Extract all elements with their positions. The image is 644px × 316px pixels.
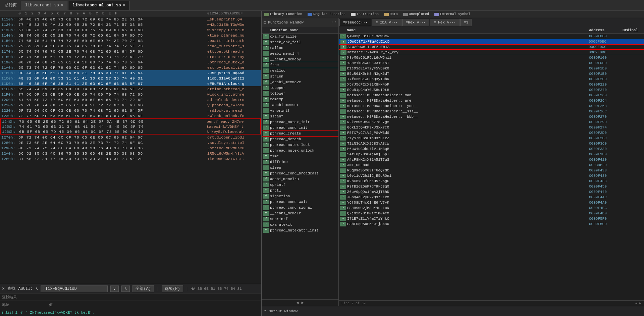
hex-row[interactable]: 1280h:2E 73 6F 2E 64 6C 73 79 6D 2E 73 7… [0,140,261,145]
functions-list-item[interactable]: f__aeabi_memcpy [262,56,338,62]
names-list-item[interactable]: fmetasec::MSPBDataHelper::__bbb__0009F27… [339,114,644,119]
names-list-item[interactable]: fE9cR1pC4aY0dS8dI9tH0009F240 [339,87,644,93]
functions-list-item[interactable]: fcxa_finalize [262,34,338,39]
functions-list-item[interactable]: fpthread_cond_broadcast [262,170,338,176]
hex-row[interactable]: 1240h:70 65 6E 2E 66 72 65 61 64 2E 5F 5… [0,118,261,124]
names-list-item[interactable]: fS4fT0pY8sB4jA8jJ5pI0009F3E0 [339,152,644,157]
names-list-item[interactable]: fG6kL2tQ4kP3xJ3xX7cO0009F274 [339,125,644,130]
hex-row[interactable]: 12A0h:6C 52 35 63 4C 36 75 35 35 6D 48 2… [0,151,261,156]
names-list-item[interactable]: fQ7jO2nY3iM0iC1m04eM0009F4D0 [339,211,644,216]
names-list-item[interactable]: fJ5nQ5tT1xF8qA6dI1oD0009F0BC [339,39,644,44]
names-list-item[interactable]: fF8aB9wH2jM8pY4oL1cN0009F4BC [339,205,644,211]
names-list-item[interactable]: fM8vM0sC61R5cL6uW5mll0009F100 [339,55,644,60]
fn-scroll-right[interactable]: ▶ [302,300,304,305]
names-list-item[interactable]: fK2hC6xH3fF6sH5r26gG0009F43C [339,178,644,184]
hex-row[interactable]: 1180h:75 74 65 78 61 74 74 72 5F 64 65 7… [0,54,261,59]
names-list-item[interactable]: fR5gD9eS5m03zT6eQ7dC0009F438 [339,168,644,173]
functions-list-item[interactable]: fsnprintf [262,216,338,222]
names-list-item[interactable]: fD1eQ3gE1vT2yF5yD0k00009F1D0 [339,66,644,71]
hex-row[interactable]: 11E0h:65 74 74 69 6D 65 00 70 74 68 72 6… [0,86,261,92]
hex-row[interactable]: 11A0h:65 73 74 72 6F 79 00 6C 6F 63 61 6… [0,65,261,70]
hex-row[interactable]: 1190h:00 70 74 68 72 65 61 64 5F 6D 75 7… [0,59,261,65]
hex-row[interactable]: 11C0h:49 31 6F 44 00 53 31 61 41 30 62 5… [0,75,261,81]
hex-row[interactable]: 1270h:6F 72 74 00 64 6C 6F 70 65 6E 00 6… [0,135,261,140]
names-list-item[interactable]: fP3bF0qU5uB5aJ1jS4a00009F500 [339,221,644,227]
functions-list-item[interactable]: fcxa_atexit [262,222,338,227]
search-close-button[interactable]: × [2,286,5,292]
hex-row[interactable]: 11B0h:00 4A 35 6E 51 35 74 54 31 78 46 3… [0,70,261,75]
names-list-item[interactable]: fT7fC3nS1wH3hQ3yT0bR0009F200 [339,76,644,82]
functions-list-item[interactable]: fstrlen [262,73,338,79]
tab-libsscronet-close[interactable]: × [61,3,63,7]
functions-list-item[interactable]: fsleep [262,165,338,170]
functions-list-item[interactable]: fpthread_mutex_lock [262,142,338,148]
functions-list-item[interactable]: fpthread_mutex_unlock [262,148,338,153]
search-all-button[interactable]: 全部(A) [132,285,154,292]
names-list-item[interactable]: fS1aA0bW6tI1eF5oF81A0009F0CC [339,44,644,50]
functions-list-item[interactable]: fsigaction [262,193,338,199]
search-mode-toggle[interactable]: ∧ [36,286,38,291]
functions-list-item[interactable]: fsprintf [262,182,338,188]
names-list-item[interactable]: fQ4wH3pJ3iE8rT3qW3cW0009F0B0 [339,34,644,39]
hex-row[interactable]: 1230h:72 77 6C 6F 63 6B 5F 75 6E 6C 6F 6… [0,113,261,118]
hex-content[interactable]: 1110h:5F 46 73 46 00 73 6E 70 72 69 6E 7… [0,16,261,284]
functions-list-item[interactable]: ftolower [262,91,338,96]
tab-libmetasec[interactable]: libmetasec_ml.out.so × [68,1,129,10]
functions-list-item[interactable]: f_acabi_memset [262,102,338,108]
functions-list-item[interactable]: faeabi_memclr8 [262,176,338,182]
functions-pin-btn[interactable]: • [331,20,333,24]
names-list-item[interactable]: fY6f08bT4cQ1jE6rV7vK0009F4A0 [339,200,644,205]
hex-row[interactable]: 11D0h:65 46 35 6F 46 38 31 41 2E 63 6C 6… [0,81,261,86]
functions-list-item[interactable]: fpthread_cond_wait [262,199,338,205]
names-list-item[interactable]: fmetasec::MSPBDataHelper::__you__0009F26… [339,103,644,109]
functions-list-item[interactable]: f_aeabi_memmove [262,79,338,85]
hex-row[interactable]: 1120h:77 48 33 70 4A 33 69 45 38 72 54 3… [0,22,261,27]
names-list-item[interactable]: fZ6cV0pQ9x14mA3jT6hD0009F440 [339,189,644,195]
names-scroll-arrows[interactable]: ◀ ▶ [635,301,641,305]
functions-list-item[interactable]: fmemcmp [262,96,338,102]
functions-list-item[interactable]: fpthread_detach [262,136,338,142]
hex-row[interactable]: 1170h:65 74 74 79 70 65 2E 70 74 68 72 6… [0,49,261,54]
search-options-button[interactable]: 选项(P) [162,285,183,292]
names-list-item[interactable]: fT1iN3cA9xX2J83yA3cW0009F360 [339,141,644,146]
hex-row[interactable]: 1200h:61 64 5F 72 77 6C 6F 63 6B 5F 64 6… [0,97,261,102]
hex-row[interactable]: 1210h:79 2E 70 74 68 72 65 61 64 5F 72 7… [0,102,261,108]
names-list-item[interactable]: fA4zF8kK2mX81A51T7gS0009F410 [339,157,644,162]
hex-row[interactable]: 1220h:5F 72 64 6C 6F 63 6B 00 70 74 68 7… [0,108,261,113]
functions-list-item[interactable]: fvsnprintf [262,108,338,113]
sub-tab-pseudocode[interactable]: ≡Pseudoc··· [339,19,371,26]
functions-list-item[interactable]: fmalloc [262,45,338,51]
functions-list-item[interactable]: fprctl [262,188,338,193]
names-list-item[interactable]: fR3fB1qE5nP7dT9kJ3q00009F450 [339,184,644,189]
functions-list-item[interactable]: ftime [262,153,338,159]
functions-list[interactable]: fcxa_finalizefstack_chk_failfmallocfaeab… [262,34,338,299]
names-list-item[interactable]: fJNT_OnLoad00039B20 [339,162,644,168]
names-list-item[interactable]: fM6cW4cG0bL7iV11M8qB0009F330 [339,146,644,152]
functions-list-item[interactable]: fpthread_mutexattr_init [262,227,338,233]
names-list-item[interactable]: fmetasec::MSPBDataHelper:: are0009F264 [339,98,644,103]
sub-tab-hex2[interactable]: ≡ Hex V··· [430,19,460,26]
search-up-arrow[interactable]: ∧ [121,285,130,292]
names-list-item[interactable]: fmetasec::MSPBDataHelper:: man0009F260 [339,93,644,98]
names-list-item[interactable]: fI71E7yZ1iY4mC7iY4kC0009F5F0 [339,216,644,221]
functions-list-item[interactable]: frealloc [262,68,338,73]
names-list-item[interactable]: fB5cR61X5rK8nN3gK6dT0009F1B0 [339,71,644,76]
names-list-item[interactable]: fL0v11cV2hll2jE5qR0n10009F430 [339,173,644,178]
functions-list-item[interactable]: fpthread_create [262,130,338,136]
hex-row[interactable]: 1250h:74 61 73 65 63 31 34 6B 41 56 44 4… [0,124,261,129]
sub-tab-ida[interactable]: ≡ IDA V··· [372,19,401,26]
functions-list-item[interactable]: faeabi_memclr4 [262,51,338,56]
hex-row[interactable]: 1260h:6B 5F 6B 65 79 45 00 66 63 6C 6F 7… [0,129,261,135]
sub-tab-hex1[interactable]: ≡Hex V··· [402,19,429,26]
hex-row[interactable]: 11F0h:77 6C 6F 63 6B 5F 69 6E 69 74 00 7… [0,92,261,97]
names-list-item[interactable]: fmetasec::MSPBDataHelper::__sss__0009F26… [339,109,644,114]
names-list-item[interactable]: fmetasec::kAVDKEY_tk_key0009F0D8 [339,50,644,55]
names-list-item[interactable]: fX5rJ5oF2cX81X8kN4oP0009F220 [339,82,644,87]
functions-list-item[interactable]: fsscanf [262,113,338,119]
functions-list-item[interactable]: fpthread_mutex_init [262,119,338,125]
tab-home[interactable]: 起始页 [1,1,20,9]
hex-row[interactable]: 1140h:6B 74 69 6D 65 2E 70 74 68 72 65 6… [0,33,261,38]
sub-tab-s[interactable]: ≡S [460,19,472,26]
names-list-item[interactable]: fZ1yS7nEGsE1h03zD1zZ0009F2BC [339,136,644,141]
hex-row[interactable]: 1290h:00 73 74 72 74 6F 64 00 4D 38 76 4… [0,145,261,151]
